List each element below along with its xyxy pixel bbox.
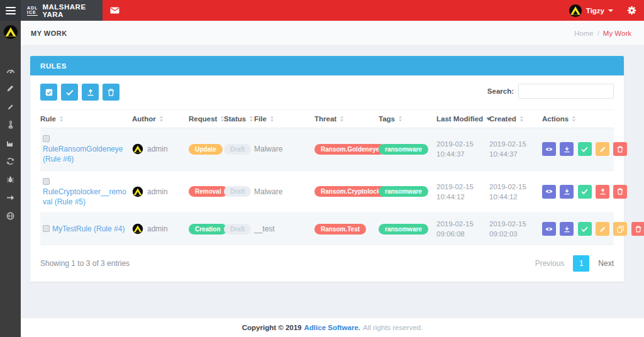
delete-action-button[interactable] — [631, 222, 644, 236]
sidebar-item-export[interactable] — [0, 189, 21, 207]
table-row: MyTestRule (Rule #4) admin Creation Draf… — [40, 213, 614, 245]
search-input[interactable] — [518, 84, 614, 99]
check-icon — [581, 226, 588, 232]
sort-icon — [398, 116, 402, 122]
company-link[interactable]: Adlice Software. — [304, 324, 360, 331]
file-cell: __test — [254, 213, 314, 245]
eye-icon — [545, 189, 553, 194]
sidebar-item-lab[interactable] — [0, 116, 21, 134]
column-header-request[interactable]: Request — [189, 110, 224, 128]
sidebar-item-dashboard[interactable] — [0, 61, 21, 79]
edit-action-button[interactable] — [596, 222, 609, 236]
pagination-next[interactable]: Next — [598, 259, 614, 268]
sidebar-item-edit[interactable] — [0, 79, 21, 97]
trash-icon — [635, 226, 641, 233]
page-header: MY WORK Home / My Work — [21, 21, 644, 46]
check-icon — [581, 146, 588, 152]
upload-action-button[interactable] — [596, 185, 609, 199]
row-checkbox[interactable] — [43, 225, 50, 232]
request-badge: Update — [189, 144, 223, 155]
sort-icon — [270, 116, 274, 122]
delete-action-button[interactable] — [613, 185, 627, 199]
column-header-last-modified[interactable]: Last Modified — [436, 110, 489, 128]
pagination-page-1[interactable]: 1 — [573, 255, 589, 272]
column-header-rule[interactable]: Rule — [40, 110, 132, 128]
row-checkbox[interactable] — [43, 135, 50, 142]
sidebar-item-web[interactable] — [0, 207, 21, 225]
user-menu[interactable]: Tigzy — [569, 4, 613, 18]
column-header-created[interactable]: Created — [489, 110, 542, 128]
download-icon — [564, 146, 570, 153]
status-badge: Draft — [224, 224, 251, 235]
tag-badge: ransomware — [379, 144, 428, 155]
trash-icon — [108, 89, 114, 96]
column-header-threat[interactable]: Threat — [314, 110, 379, 128]
envelope-icon[interactable] — [110, 7, 119, 14]
breadcrumb-separator: / — [597, 30, 599, 37]
rules-table: Rule Author Request Status File Threat T… — [40, 109, 614, 245]
edit-action-button[interactable] — [596, 142, 609, 156]
brand-name: MALSHARE YARA — [42, 3, 103, 18]
file-cell: Malware — [254, 170, 314, 213]
view-action-button[interactable] — [542, 222, 556, 236]
sort-icon — [340, 116, 344, 122]
tag-badge: ransomware — [379, 186, 428, 197]
created-cell: 2019-02-1509:02:03 — [489, 219, 538, 239]
pen-icon — [7, 103, 14, 111]
column-header-author[interactable]: Author — [132, 110, 189, 128]
upload-icon — [87, 89, 94, 96]
rule-link[interactable]: RuleRansomGoldeneye (Rule #6) — [43, 145, 123, 163]
pagination-previous[interactable]: Previous — [535, 259, 565, 268]
rule-link[interactable]: MyTestRule (Rule #4) — [52, 224, 125, 233]
sort-icon — [249, 116, 253, 122]
sidebar-item-write[interactable] — [0, 97, 21, 116]
delete-action-button[interactable] — [613, 142, 627, 156]
download-action-button[interactable] — [560, 142, 574, 156]
check-icon — [581, 189, 588, 194]
view-action-button[interactable] — [542, 142, 556, 156]
status-badge: Draft — [224, 186, 251, 197]
menu-icon[interactable] — [0, 0, 21, 21]
sidebar-avatar[interactable] — [3, 25, 18, 40]
sort-icon — [572, 116, 576, 122]
approve-action-button[interactable] — [578, 142, 592, 156]
copy-action-button[interactable] — [613, 222, 627, 236]
approve-action-button[interactable] — [578, 185, 592, 199]
status-badge: Draft — [224, 144, 251, 155]
download-action-button[interactable] — [560, 185, 574, 199]
copy-icon — [617, 226, 624, 233]
table-row: RuleCryptolocker__removal (Rule #5) admi… — [40, 170, 614, 213]
table-header-row: Rule Author Request Status File Threat T… — [40, 110, 614, 128]
top-bar: ADL ICE MALSHARE YARA Tigzy — [0, 0, 644, 21]
sidebar-item-bugs[interactable] — [0, 170, 21, 189]
column-header-file[interactable]: File — [254, 110, 314, 128]
brand-logo[interactable]: ADL ICE MALSHARE YARA — [21, 0, 103, 21]
breadcrumb-home[interactable]: Home — [574, 30, 594, 37]
download-action-button[interactable] — [560, 222, 574, 236]
column-header-tags[interactable]: Tags — [379, 110, 436, 128]
delete-selected-button[interactable] — [103, 84, 119, 101]
rule-link[interactable]: RuleCryptolocker__removal (Rule #5) — [43, 187, 126, 206]
upload-selected-button[interactable] — [82, 84, 99, 101]
copyright-text: Copyright © 2019 — [242, 324, 302, 331]
eye-icon — [545, 146, 553, 152]
eye-icon — [545, 226, 553, 232]
download-icon — [564, 226, 570, 233]
bug-icon — [6, 175, 14, 184]
sort-icon — [59, 116, 64, 122]
gear-icon[interactable] — [627, 6, 636, 15]
approve-action-button[interactable] — [578, 222, 592, 236]
approve-selected-button[interactable] — [61, 84, 78, 101]
check-square-icon — [45, 89, 53, 96]
topbar-red-section: Tigzy — [103, 0, 644, 21]
sidebar-item-industry[interactable] — [0, 134, 21, 152]
sidebar-item-sync[interactable] — [0, 152, 21, 170]
column-header-status[interactable]: Status — [224, 110, 254, 128]
row-checkbox[interactable] — [43, 178, 50, 185]
view-action-button[interactable] — [542, 185, 556, 199]
author-avatar — [132, 143, 143, 155]
industry-chart-icon — [6, 140, 14, 147]
page-footer: Copyright © 2019 Adlice Software. All ri… — [21, 318, 644, 337]
select-all-button[interactable] — [40, 84, 57, 101]
column-header-actions[interactable]: Actions — [542, 110, 614, 128]
